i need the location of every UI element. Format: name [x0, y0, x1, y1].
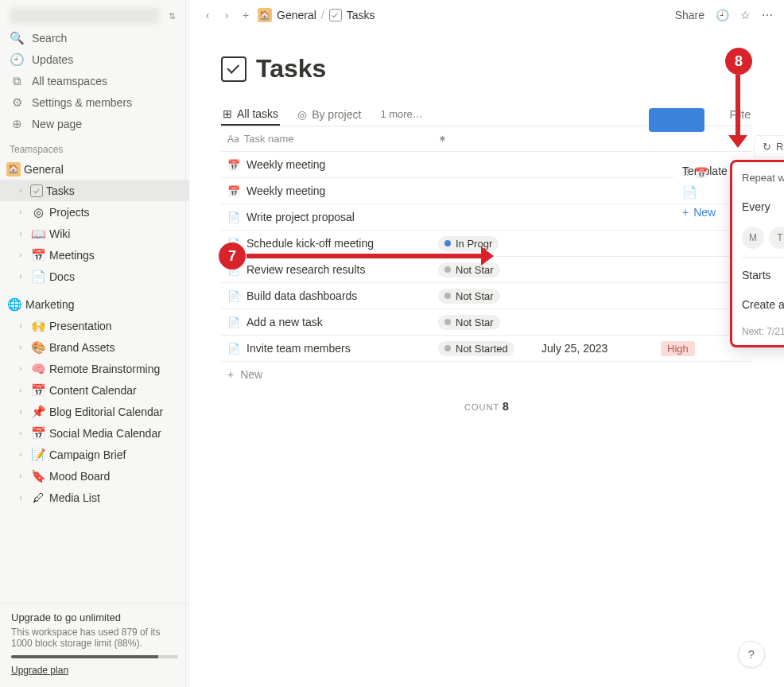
chevron-right-icon[interactable]: ›	[14, 321, 27, 330]
new-button-partial[interactable]	[649, 108, 704, 132]
chevron-right-icon[interactable]: ›	[14, 472, 27, 480]
annotation-8: 8	[725, 48, 752, 75]
annotation-7: 7	[219, 243, 246, 270]
nav-forward-icon[interactable]: ›	[219, 9, 234, 21]
repeat-bar-label[interactable]: Repeat	[776, 141, 784, 153]
chevron-right-icon[interactable]: ›	[14, 493, 27, 502]
updates-icon: 🕘	[10, 52, 24, 67]
chevron-right-icon[interactable]: ›	[14, 429, 27, 437]
table-icon: ⊞	[223, 107, 232, 120]
chevron-right-icon[interactable]: ›	[14, 186, 27, 195]
tab-by-project[interactable]: ◎By project	[296, 103, 363, 126]
chevron-right-icon[interactable]: ›	[14, 364, 27, 373]
sidebar-page[interactable]: ›📅Social Media Calendar	[0, 422, 189, 444]
workspace-expand-icon: ⇅	[164, 11, 180, 21]
globe-icon: 🌐	[6, 297, 22, 312]
star-icon[interactable]: ☆	[740, 9, 751, 21]
sidebar-page[interactable]: ›📅Content Calendar	[0, 379, 189, 401]
sidebar-settings-members[interactable]: ⚙Settings & members	[0, 91, 189, 113]
page-icon: 📄	[227, 343, 240, 355]
day-toggle[interactable]: M	[742, 227, 764, 249]
breadcrumb-item[interactable]: Tasks	[347, 9, 375, 21]
sidebar-page-projects[interactable]: ›◎Projects	[0, 201, 189, 223]
home-icon: 🏠	[6, 162, 21, 177]
sidebar-page[interactable]: ›🖊Media List	[0, 487, 189, 508]
breadcrumb-home-icon: 🏠	[258, 8, 272, 22]
share-button[interactable]: Share	[675, 9, 704, 21]
all-teamspaces-icon: ⧉	[10, 74, 24, 88]
sidebar-page-tasks[interactable]: ›Tasks	[0, 180, 189, 201]
nav-new-icon[interactable]: +	[239, 9, 253, 21]
sidebar-page-wiki[interactable]: ›📖Wiki	[0, 223, 189, 244]
help-button[interactable]: ?	[738, 641, 765, 668]
chevron-right-icon[interactable]: ›	[14, 450, 27, 459]
checkbox-icon	[30, 184, 43, 197]
repeat-icon: ↻	[763, 141, 771, 153]
new-row-button[interactable]: +New	[221, 362, 752, 387]
page-icon: 📅	[227, 185, 240, 197]
target-icon: ◎	[297, 108, 307, 121]
sidebar-search[interactable]: 🔍Search	[0, 27, 189, 49]
more-icon[interactable]: ⋯	[762, 9, 773, 21]
sidebar-all-teamspaces[interactable]: ⧉All teamspaces	[0, 70, 189, 91]
sidebar-item-general[interactable]: 🏠 General	[0, 158, 189, 180]
page-icon: 📄	[227, 290, 240, 302]
page-icon: 📄	[227, 212, 240, 223]
plus-icon: +	[682, 206, 689, 219]
chevron-right-icon[interactable]: ›	[14, 208, 27, 216]
table-row[interactable]: 📄Add a new taskNot Star	[221, 309, 752, 336]
sidebar-section-teamspaces: Teamspaces	[0, 134, 189, 158]
table-row[interactable]: 📄Build data dashboardsNot Star	[221, 283, 752, 309]
sidebar-page[interactable]: ›🔖Mood Board	[0, 465, 189, 487]
plus-icon: +	[227, 368, 234, 381]
sidebar-page-meetings[interactable]: ›📅Meetings	[0, 244, 189, 266]
nav-back-icon[interactable]: ‹	[200, 9, 215, 21]
settings-members-icon: ⚙	[10, 95, 24, 110]
sidebar-item-marketing[interactable]: 🌐 Marketing	[0, 293, 189, 315]
sidebar-new-page[interactable]: ⊕New page	[0, 113, 189, 134]
chevron-right-icon[interactable]: ›	[14, 407, 27, 416]
page-title[interactable]: Tasks	[256, 54, 326, 83]
sidebar-page-docs[interactable]: ›📄Docs	[0, 266, 189, 287]
workspace-switcher[interactable]: ⇅	[0, 0, 189, 27]
page-icon: 📄	[227, 316, 240, 328]
clock-icon[interactable]: 🕘	[716, 9, 729, 21]
tab-more[interactable]: 1 more…	[378, 103, 424, 125]
sidebar-page[interactable]: ›🙌Presentation	[0, 315, 189, 336]
sidebar-page[interactable]: ›📝Campaign Brief	[0, 444, 189, 465]
table-row[interactable]: 📄Write project proposal	[221, 204, 752, 231]
day-toggle[interactable]: T	[769, 227, 784, 249]
repeat-panel: Repeat weekly ⌄ Save Every weeks MTWTFSS…	[730, 160, 784, 347]
chevron-right-icon[interactable]: ›	[14, 343, 27, 351]
tab-all-tasks[interactable]: ⊞All tasks	[221, 103, 280, 126]
chevron-right-icon[interactable]: ›	[14, 272, 27, 281]
sidebar: ⇅ 🔍Search🕘Updates⧉All teamspaces⚙Setting…	[0, 0, 189, 687]
sidebar-page[interactable]: ›🧠Remote Brainstorming	[0, 358, 189, 379]
search-icon: 🔍	[10, 31, 24, 45]
sidebar-updates[interactable]: 🕘Updates	[0, 49, 189, 70]
sidebar-page[interactable]: ›🎨Brand Assets	[0, 336, 189, 358]
main-content: ‹ › + 🏠 General / Tasks Share 🕘 ☆ ⋯ Task…	[189, 0, 784, 687]
table-row[interactable]: 📄Invite team membersNot StartedJuly 25, …	[221, 336, 752, 362]
table-row[interactable]: 📅Weekly meeting	[221, 152, 752, 178]
chevron-right-icon[interactable]: ›	[14, 386, 27, 394]
upgrade-plan-link[interactable]: Upgrade plan	[11, 665, 68, 676]
breadcrumb-item[interactable]: General	[277, 9, 316, 21]
column-header-status[interactable]: ⁕	[432, 126, 535, 151]
chevron-right-icon[interactable]: ›	[14, 250, 27, 259]
sidebar-page[interactable]: ›📌Blog Editorial Calendar	[0, 401, 189, 422]
table-row[interactable]: 📅Weekly meeting	[221, 178, 752, 204]
new-page-icon: ⊕	[10, 117, 24, 131]
breadcrumb-tasks-icon	[329, 9, 342, 21]
upgrade-banner: Upgrade to go unlimited This workspace h…	[0, 603, 189, 687]
chevron-right-icon[interactable]: ›	[14, 229, 27, 238]
page-icon: 📅	[227, 159, 240, 171]
page-icon[interactable]	[221, 56, 246, 82]
new-template-button[interactable]: +New	[682, 206, 716, 219]
repeat-mode-dropdown[interactable]: Repeat weekly	[742, 172, 784, 184]
column-header-name[interactable]: AaTask name	[221, 126, 432, 151]
